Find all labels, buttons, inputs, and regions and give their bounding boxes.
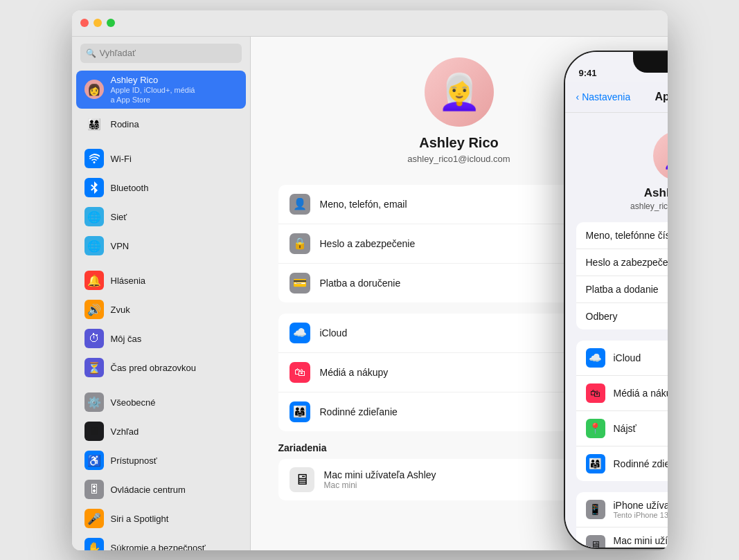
vzhiad-icon: 🖥	[84, 422, 104, 441]
hlasenia-label: Hlásenia	[111, 276, 146, 286]
sidebar-item-cas-pred[interactable]: ⏳ Čas pred obrazovkou	[76, 354, 246, 381]
iphone-notch	[633, 52, 668, 73]
back-button[interactable]: ‹ Nastavenia	[576, 91, 631, 102]
sidebar-item-bluetooth[interactable]: Bluetooth	[76, 174, 246, 201]
iphone-mac-model: Mac mini	[614, 546, 668, 548]
iphone-odbery-label: Odbery	[586, 311, 668, 322]
iphone-odbery-cell[interactable]: Odbery ›	[576, 303, 668, 329]
icloud-icon: ☁️	[290, 323, 310, 343]
rodina-label: Rodina	[111, 119, 139, 129]
sidebar-item-hlasenia[interactable]: 🔔 Hlásenia	[76, 267, 246, 294]
iphone-media-cell[interactable]: 🛍 Médiá a nákupy ›	[576, 376, 668, 411]
icloud-label: iCloud	[320, 327, 348, 338]
iphone-overlay: 9:41 ▮▮▮▮ 📶 🔋 ‹ Nastavenia	[564, 51, 668, 549]
pristupnost-icon: ♿	[84, 451, 104, 470]
iphone-platba-cell[interactable]: Platba a dodanie Žiadne ›	[576, 276, 668, 303]
vzhiad-label: Vzhľad	[111, 426, 139, 437]
user-avatar: 👩	[84, 80, 104, 99]
mac-window: 🔍 👩 Ashley Rico Apple ID, iCloud+, médiá…	[72, 10, 668, 550]
rodina-icon: 👨‍👩‍👧‍👦	[84, 114, 104, 134]
sidebar-item-moj-cas[interactable]: ⏱ Môj čas	[76, 325, 246, 352]
iphone-family-label: Rodinné zdieľanie	[614, 458, 668, 469]
iphone-heslo-cell[interactable]: Heslo a zabezpečenie ›	[576, 249, 668, 276]
iphone-family-cell[interactable]: 👨‍👩‍👧 Rodinné zdieľanie Will, Olivia a d…	[576, 446, 668, 481]
iphone-meno-label: Meno, telefónne čísla, email	[586, 230, 668, 241]
media-label: Médiá a nákupy	[320, 367, 389, 378]
profile-email: ashley_rico1@icloud.com	[407, 154, 510, 164]
zvuk-label: Zvuk	[111, 305, 130, 315]
iphone-screen: 9:41 ▮▮▮▮ 📶 🔋 ‹ Nastavenia	[565, 52, 668, 548]
nav-title: Apple ID	[630, 91, 667, 103]
vpn-icon: 🌐	[84, 236, 104, 255]
search-input[interactable]	[80, 44, 242, 63]
iphone-frame: 9:41 ▮▮▮▮ 📶 🔋 ‹ Nastavenia	[564, 51, 668, 549]
iphone-navbar: ‹ Nastavenia Apple ID	[565, 82, 668, 113]
iphone-najst-label: Nájsť	[614, 423, 668, 434]
sidebar-item-ovladacie[interactable]: 🎛 Ovládacie centrum	[76, 476, 246, 503]
platba-label: Platba a doručenie	[320, 278, 401, 289]
meno-icon: 👤	[290, 194, 310, 215]
iphone-platba-label: Platba a dodanie	[586, 284, 668, 295]
iphone-mac-icon: 🖥	[586, 535, 605, 548]
iphone-profile: 👩‍🦳 UPRAVIŤ Ashley Rico ashley_rico1@icl…	[565, 124, 668, 222]
iphone-mac-cell[interactable]: 🖥 Mac mini užívateľa Ashley Mac mini ›	[576, 527, 668, 548]
sidebar: 🔍 👩 Ashley Rico Apple ID, iCloud+, médiá…	[72, 37, 251, 550]
iphone-icloud-cell[interactable]: ☁️ iCloud 50 GB ›	[576, 341, 668, 376]
profile-name: Ashley Rico	[419, 135, 498, 151]
iphone-heslo-label: Heslo a zabezpečenie	[586, 257, 668, 268]
media-icon: 🛍	[290, 362, 310, 383]
minimize-button[interactable]	[94, 19, 102, 27]
vseobecne-icon: ⚙️	[84, 392, 104, 412]
siet-label: Sieť	[111, 212, 127, 222]
iphone-family-icon: 👨‍👩‍👧	[586, 454, 605, 473]
iphone-avatar: 👩‍🦳 UPRAVIŤ	[653, 131, 668, 181]
sidebar-item-vseobecne[interactable]: ⚙️ Všeobecné	[76, 388, 246, 416]
iphone-iphone-cell[interactable]: 📱 iPhone užívateľa Ashley Tento iPhone 1…	[576, 492, 668, 527]
sukromie-icon: ✋	[84, 538, 104, 550]
pristupnost-label: Prístupnosť	[111, 455, 157, 466]
wifi-label: Wi-Fi	[111, 154, 132, 164]
cas-pred-icon: ⏳	[84, 358, 104, 377]
sidebar-item-zvuk[interactable]: 🔊 Zvuk	[76, 296, 246, 323]
maximize-button[interactable]	[107, 19, 115, 27]
sidebar-item-siet[interactable]: 🌐 Sieť	[76, 203, 246, 231]
heslo-label: Heslo a zabezpečenie	[320, 238, 416, 249]
iphone-devices-section: 📱 iPhone užívateľa Ashley Tento iPhone 1…	[576, 492, 668, 548]
main-content: 👩‍🦳 Ashley Rico ashley_rico1@icloud.com …	[251, 37, 668, 550]
moj-cas-label: Môj čas	[111, 334, 142, 344]
cas-pred-label: Čas pred obrazovkou	[111, 363, 197, 373]
iphone-device-model: Tento iPhone 13 Pro	[614, 511, 668, 519]
zvuk-icon: 🔊	[84, 300, 104, 319]
iphone-services-section: ☁️ iCloud 50 GB › 🛍 Médiá a nákupy ›	[576, 341, 668, 481]
bluetooth-label: Bluetooth	[111, 183, 149, 193]
sidebar-item-siri[interactable]: 🎤 Siri a Spotlight	[76, 505, 246, 532]
sidebar-item-vpn[interactable]: 🌐 VPN	[76, 232, 246, 260]
iphone-media-label: Médiá a nákupy	[614, 388, 668, 399]
family-label: Rodinné zdieľanie	[320, 406, 398, 417]
status-time: 9:41	[579, 68, 597, 78]
sidebar-item-rodina[interactable]: 👨‍👩‍👧‍👦 Rodina	[76, 110, 246, 138]
ovladacie-icon: 🎛	[84, 480, 104, 499]
sidebar-item-user[interactable]: 👩 Ashley Rico Apple ID, iCloud+, médiáa …	[76, 71, 246, 109]
vseobecne-label: Všeobecné	[111, 397, 156, 408]
iphone-device-icon: 📱	[586, 500, 605, 519]
titlebar	[72, 10, 668, 37]
iphone-icloud-icon: ☁️	[586, 348, 605, 368]
sidebar-item-sukromie[interactable]: ✋ Súkromie a bezpečnosť	[76, 534, 246, 550]
moj-cas-icon: ⏱	[84, 329, 104, 348]
sidebar-item-vzhiad[interactable]: 🖥 Vzhľad	[76, 417, 246, 445]
device-name: Mac mini užívateľa Ashley	[324, 469, 436, 480]
iphone-meno-cell[interactable]: Meno, telefónne čísla, email ›	[576, 222, 668, 249]
sidebar-item-pristupnost[interactable]: ♿ Prístupnosť	[76, 446, 246, 474]
sidebar-item-wifi[interactable]: Wi-Fi	[76, 145, 246, 172]
iphone-content: 👩‍🦳 UPRAVIŤ Ashley Rico ashley_rico1@icl…	[565, 113, 668, 548]
family-icon: 👨‍👩‍👧	[290, 401, 310, 422]
traffic-lights	[80, 19, 115, 27]
iphone-najst-cell[interactable]: 📍 Nájsť ›	[576, 411, 668, 446]
mac-mini-icon: 🖥	[290, 467, 314, 492]
back-label: Nastavenia	[582, 91, 630, 102]
close-button[interactable]	[80, 19, 89, 27]
heslo-icon: 🔒	[290, 233, 310, 254]
iphone-profile-email: ashley_rico1@icloud.com	[630, 201, 667, 211]
iphone-profile-name: Ashley Rico	[644, 186, 668, 200]
